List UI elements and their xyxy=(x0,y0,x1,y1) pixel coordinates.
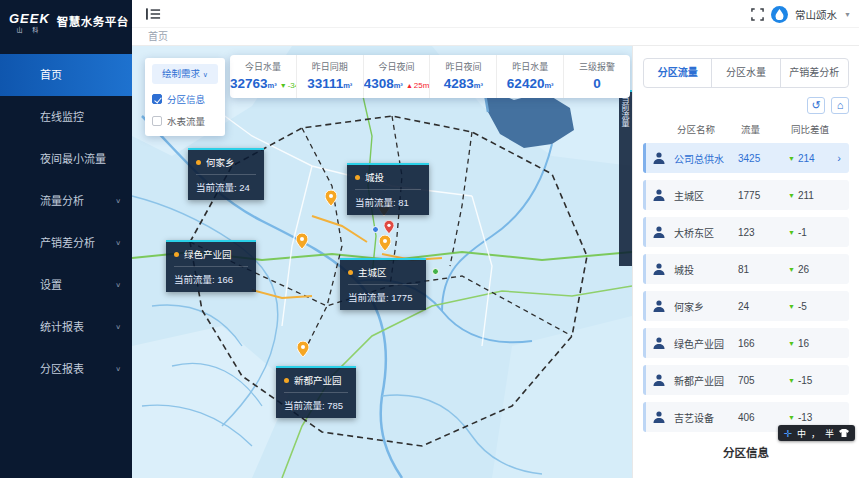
layer-option-meter-flow[interactable]: 水表流量 xyxy=(152,114,218,128)
down-arrow-icon: ▼ xyxy=(280,82,287,89)
sidebar-item-settings[interactable]: 设置∨ xyxy=(0,264,132,306)
breadcrumb-home[interactable]: 首页 xyxy=(148,31,168,42)
sidebar-item-statistics-report[interactable]: 统计报表∨ xyxy=(0,306,132,348)
zone-user-icon xyxy=(652,373,666,387)
chevron-right-icon[interactable]: › xyxy=(837,152,841,164)
map-pin-orange[interactable] xyxy=(325,190,337,206)
fullscreen-icon[interactable] xyxy=(751,8,764,21)
table-row-chengtou[interactable]: 城投 81 ▼26 xyxy=(643,254,849,284)
sidebar-item-nrw-analysis[interactable]: 产销差分析∨ xyxy=(0,222,132,264)
zone-info-title: 分区信息 xyxy=(643,444,849,460)
table-row-company-total[interactable]: 公司总供水 3425 ▼214 › xyxy=(643,143,849,173)
panel-tabs: 分区流量 分区水量 产销差分析 xyxy=(643,58,849,88)
sidebar-item-flow-analysis[interactable]: 流量分析∨ xyxy=(0,180,132,222)
stat-level3-alarm: 三级报警 0 xyxy=(564,55,630,98)
map-tooltip-chengtou[interactable]: 城投 当前流量: 81 xyxy=(347,163,429,215)
table-row-daqiao-east[interactable]: 大桥东区 123 ▼-1 xyxy=(643,217,849,247)
orange-dot-icon xyxy=(284,378,289,383)
stats-bar: 今日水量 32763m³▼-343m³ 昨日同期 33111m³ 今日夜间 43… xyxy=(230,55,630,98)
map-tooltip-xindu-industrial-park[interactable]: 新都产业园 当前流量: 785 xyxy=(276,366,356,418)
down-arrow-icon: ▼ xyxy=(788,340,795,347)
orange-dot-icon xyxy=(355,175,360,180)
map-tooltip-main-city[interactable]: 主城区 当前流量: 1775 xyxy=(340,258,426,310)
stat-today-night: 今日夜间 4308m³▲25m³ xyxy=(364,55,431,98)
layer-option-zone-info[interactable]: 分区信息 xyxy=(152,92,218,106)
orange-dot-icon xyxy=(196,160,201,165)
sidebar-item-night-min-flow[interactable]: 夜间最小流量 xyxy=(0,138,132,180)
chevron-down-icon: ∨ xyxy=(115,226,121,260)
sidebar-item-online-monitoring[interactable]: 在线监控 xyxy=(0,96,132,138)
map-tooltip-hejiaxiang[interactable]: 何家乡 当前流量: 24 xyxy=(188,148,264,200)
table-row-hejiaxiang[interactable]: 何家乡 24 ▼-5 xyxy=(643,291,849,321)
user-menu-caret-icon[interactable]: ▼ xyxy=(844,11,851,18)
table-row-main-city[interactable]: 主城区 1775 ▼211 xyxy=(643,180,849,210)
table-header: 分区名称 流量 同比差值 xyxy=(643,116,849,143)
ime-halfwidth[interactable]: 半 xyxy=(825,427,834,440)
chevron-down-icon: ∨ xyxy=(115,352,121,386)
stat-yesterday-night: 昨日夜间 4283m³ xyxy=(430,55,497,98)
down-arrow-icon: ▼ xyxy=(788,266,795,273)
tab-nrw-analysis[interactable]: 产销差分析 xyxy=(781,59,848,87)
tab-zone-flow[interactable]: 分区流量 xyxy=(644,59,712,87)
map-dot-green[interactable] xyxy=(432,268,439,275)
logo-sub-text: 山 科 xyxy=(9,27,50,33)
ime-mode-chinese[interactable]: 中 xyxy=(797,427,806,440)
map-pin-red[interactable] xyxy=(384,220,394,234)
draw-dropdown-button[interactable]: 绘制需求 ∨ xyxy=(152,64,218,84)
zone-user-icon xyxy=(652,299,666,313)
stat-yesterday-same-period: 昨日同期 33111m³ xyxy=(297,55,364,98)
table-row-green-industrial-park[interactable]: 绿色产业园 166 ▼16 xyxy=(643,328,849,358)
breadcrumb: 首页 xyxy=(132,28,859,46)
header-right-cluster: 常山颂水 ▼ xyxy=(751,0,851,28)
app-logo: GEEK 山 科 智慧水务平台 xyxy=(0,0,132,42)
zone-user-icon xyxy=(652,151,666,165)
down-arrow-icon: ▼ xyxy=(788,377,795,384)
checkbox-unchecked-icon[interactable] xyxy=(152,116,162,126)
chevron-down-icon: ∨ xyxy=(115,310,121,344)
user-avatar[interactable] xyxy=(771,6,788,23)
orange-dot-icon xyxy=(174,252,179,257)
user-name[interactable]: 常山颂水 xyxy=(795,7,837,22)
table-toolbar: ↺ ⌂ xyxy=(643,97,849,114)
down-arrow-icon: ▼ xyxy=(788,414,795,421)
stat-today-volume: 今日水量 32763m³▼-343m³ xyxy=(230,55,297,98)
zone-user-icon xyxy=(652,225,666,239)
collapse-sidebar-icon[interactable] xyxy=(146,7,161,21)
up-arrow-icon: ▲ xyxy=(406,82,413,89)
map-tooltip-green-industrial-park[interactable]: 绿色产业园 当前流量: 166 xyxy=(166,240,256,292)
sidebar-item-zone-report[interactable]: 分区报表∨ xyxy=(0,348,132,390)
app-title: 智慧水务平台 xyxy=(57,13,129,29)
map-tooltip-clipped[interactable]: 当前流量 xyxy=(619,90,632,266)
logo-geek-text: GEEK xyxy=(9,11,50,26)
table-row-xindu-industrial-park[interactable]: 新都产业园 705 ▼-15 xyxy=(643,365,849,395)
map-layer-controls: 绘制需求 ∨ 分区信息 水表流量 xyxy=(145,58,225,136)
ime-skin-icon[interactable] xyxy=(839,429,849,437)
top-header: 常山颂水 ▼ xyxy=(132,0,859,28)
down-arrow-icon: ▼ xyxy=(788,229,795,236)
ime-punctuation[interactable]: ， xyxy=(811,427,820,440)
home-icon[interactable]: ⌂ xyxy=(831,97,849,114)
zone-user-icon xyxy=(652,336,666,350)
ime-pin-icon[interactable]: ✛ xyxy=(784,428,792,439)
tab-zone-volume[interactable]: 分区水量 xyxy=(712,59,780,87)
zone-user-icon xyxy=(652,188,666,202)
chevron-down-icon: ∨ xyxy=(203,71,208,78)
sidebar-menu: 首页 在线监控 夜间最小流量 流量分析∨ 产销差分析∨ 设置∨ 统计报表∨ 分区… xyxy=(0,54,132,390)
zone-panel: 分区流量 分区水量 产销差分析 ↺ ⌂ 分区名称 流量 同比差值 公司总供水 3… xyxy=(632,46,859,478)
map-dot-blue[interactable] xyxy=(372,226,379,233)
checkbox-checked-icon[interactable] xyxy=(152,94,162,104)
down-arrow-icon: ▼ xyxy=(788,303,795,310)
map-canvas[interactable]: 今日水量 32763m³▼-343m³ 昨日同期 33111m³ 今日夜间 43… xyxy=(132,46,632,478)
map-pin-orange[interactable] xyxy=(297,341,309,357)
refresh-icon[interactable]: ↺ xyxy=(807,97,825,114)
zone-user-icon xyxy=(652,262,666,276)
orange-dot-icon xyxy=(348,270,353,275)
sidebar-item-home[interactable]: 首页 xyxy=(0,54,132,96)
chevron-down-icon: ∨ xyxy=(115,184,121,218)
geek-logo: GEEK 山 科 xyxy=(9,10,50,33)
ime-toolbar[interactable]: ✛ 中 ， 半 xyxy=(778,425,855,441)
map-pin-orange[interactable] xyxy=(379,235,391,251)
zone-user-icon xyxy=(652,410,666,424)
down-arrow-icon: ▼ xyxy=(788,155,795,162)
map-pin-orange[interactable] xyxy=(296,233,308,249)
